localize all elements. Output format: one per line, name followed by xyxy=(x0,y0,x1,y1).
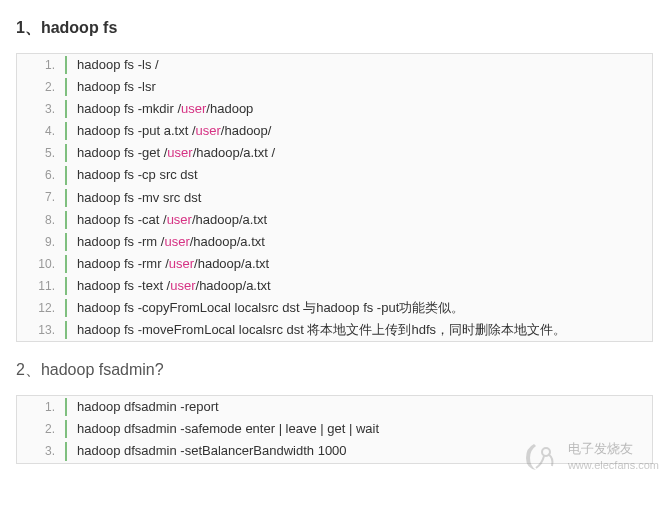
line-number: 11. xyxy=(17,276,65,296)
code-line: 4.hadoop fs -put a.txt /user/hadoop/ xyxy=(17,120,652,142)
code-line: 11.hadoop fs -text /user/hadoop/a.txt xyxy=(17,275,652,297)
line-number: 2. xyxy=(17,419,65,439)
code-token: hadoop dfsadmin -report xyxy=(77,399,219,414)
watermark: 电子发烧友 www.elecfans.com xyxy=(516,438,659,476)
line-number: 2. xyxy=(17,77,65,97)
watermark-cn: 电子发烧友 xyxy=(568,441,659,458)
code-token: /hadoop/a.txt xyxy=(192,212,267,227)
code-line: 1.hadoop dfsadmin -report xyxy=(17,396,652,418)
code-block: 1.hadoop fs -ls /2.hadoop fs -lsr3.hadoo… xyxy=(16,53,653,342)
line-content: hadoop dfsadmin -safemode enter | leave … xyxy=(67,418,379,440)
code-token: hadoop fs -rmr / xyxy=(77,256,169,271)
code-token: hadoop fs -cp src dst xyxy=(77,167,198,182)
code-token: /hadoop/a.txt xyxy=(196,278,271,293)
code-line: 7.hadoop fs -mv src dst xyxy=(17,187,652,209)
code-token: hadoop fs -text / xyxy=(77,278,170,293)
line-content: hadoop fs -copyFromLocal localsrc dst 与h… xyxy=(67,297,464,319)
line-content: hadoop fs -mv src dst xyxy=(67,187,201,209)
line-number: 8. xyxy=(17,210,65,230)
code-token: /hadoop/a.txt / xyxy=(193,145,275,160)
line-content: hadoop fs -rm /user/hadoop/a.txt xyxy=(67,231,265,253)
line-number: 6. xyxy=(17,165,65,185)
code-token-highlight: user xyxy=(167,212,192,227)
code-token-highlight: user xyxy=(169,256,194,271)
watermark-logo-icon xyxy=(516,438,562,476)
code-line: 3.hadoop fs -mkdir /user/hadoop xyxy=(17,98,652,120)
code-token: hadoop fs -cat / xyxy=(77,212,167,227)
section-title: 1、hadoop fs xyxy=(16,18,653,39)
code-token: hadoop fs -ls / xyxy=(77,57,159,72)
line-content: hadoop fs -mkdir /user/hadoop xyxy=(67,98,253,120)
line-number: 1. xyxy=(17,397,65,417)
line-number: 13. xyxy=(17,320,65,340)
line-number: 1. xyxy=(17,55,65,75)
line-content: hadoop fs -text /user/hadoop/a.txt xyxy=(67,275,271,297)
code-token-highlight: user xyxy=(181,101,206,116)
code-token: hadoop fs -copyFromLocal localsrc dst 与h… xyxy=(77,300,464,315)
code-token: hadoop fs -lsr xyxy=(77,79,156,94)
code-token: /hadoop/ xyxy=(221,123,272,138)
code-token: /hadoop/a.txt xyxy=(190,234,265,249)
code-line: 10.hadoop fs -rmr /user/hadoop/a.txt xyxy=(17,253,652,275)
code-token: hadoop fs -moveFromLocal localsrc dst 将本… xyxy=(77,322,566,337)
line-content: hadoop fs -put a.txt /user/hadoop/ xyxy=(67,120,271,142)
code-token: /hadoop/a.txt xyxy=(194,256,269,271)
code-token: hadoop dfsadmin -setBalancerBandwidth 10… xyxy=(77,443,347,458)
code-token: hadoop fs -get / xyxy=(77,145,167,160)
line-content: hadoop fs -cp src dst xyxy=(67,164,198,186)
code-line: 5.hadoop fs -get /user/hadoop/a.txt / xyxy=(17,142,652,164)
line-content: hadoop dfsadmin -setBalancerBandwidth 10… xyxy=(67,440,347,462)
code-token: hadoop dfsadmin -safemode enter | leave … xyxy=(77,421,379,436)
line-number: 3. xyxy=(17,441,65,461)
line-content: hadoop fs -get /user/hadoop/a.txt / xyxy=(67,142,275,164)
line-content: hadoop dfsadmin -report xyxy=(67,396,219,418)
watermark-url: www.elecfans.com xyxy=(568,458,659,472)
code-line: 12.hadoop fs -copyFromLocal localsrc dst… xyxy=(17,297,652,319)
line-number: 5. xyxy=(17,143,65,163)
line-number: 4. xyxy=(17,121,65,141)
line-number: 12. xyxy=(17,298,65,318)
code-token: hadoop fs -mv src dst xyxy=(77,190,201,205)
line-number: 10. xyxy=(17,254,65,274)
line-content: hadoop fs -lsr xyxy=(67,76,156,98)
line-content: hadoop fs -moveFromLocal localsrc dst 将本… xyxy=(67,319,566,341)
code-token: hadoop fs -rm / xyxy=(77,234,164,249)
section-title: 2、hadoop fsadmin? xyxy=(16,360,653,381)
code-token: hadoop fs -put a.txt / xyxy=(77,123,196,138)
code-line: 8.hadoop fs -cat /user/hadoop/a.txt xyxy=(17,209,652,231)
code-line: 1.hadoop fs -ls / xyxy=(17,54,652,76)
line-number: 7. xyxy=(17,187,65,207)
code-token-highlight: user xyxy=(164,234,189,249)
code-line: 2.hadoop fs -lsr xyxy=(17,76,652,98)
line-content: hadoop fs -ls / xyxy=(67,54,159,76)
code-token-highlight: user xyxy=(170,278,195,293)
code-token: /hadoop xyxy=(206,101,253,116)
code-token-highlight: user xyxy=(196,123,221,138)
code-token-highlight: user xyxy=(167,145,192,160)
code-token: hadoop fs -mkdir / xyxy=(77,101,181,116)
line-content: hadoop fs -rmr /user/hadoop/a.txt xyxy=(67,253,269,275)
line-number: 3. xyxy=(17,99,65,119)
line-number: 9. xyxy=(17,232,65,252)
watermark-text: 电子发烧友 www.elecfans.com xyxy=(568,441,659,472)
code-line: 6.hadoop fs -cp src dst xyxy=(17,164,652,186)
code-line: 9.hadoop fs -rm /user/hadoop/a.txt xyxy=(17,231,652,253)
code-line: 13.hadoop fs -moveFromLocal localsrc dst… xyxy=(17,319,652,341)
line-content: hadoop fs -cat /user/hadoop/a.txt xyxy=(67,209,267,231)
